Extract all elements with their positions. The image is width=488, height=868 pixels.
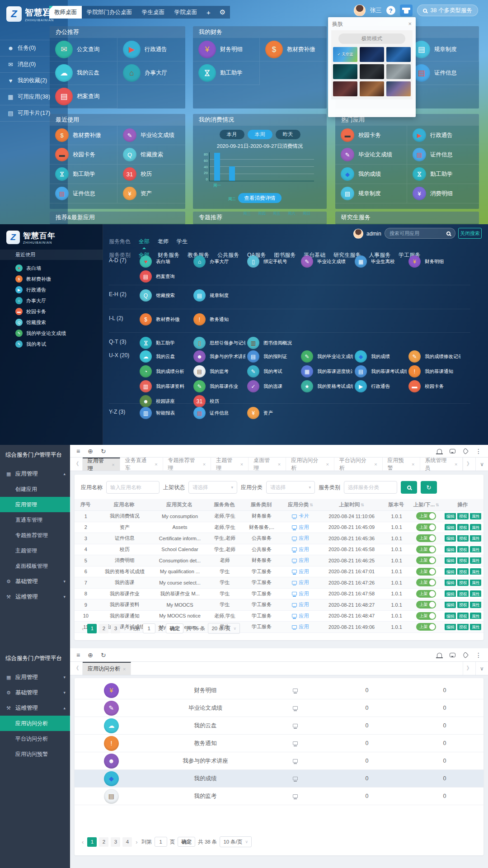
app-item[interactable]: ⋈ 勤工助学 [407, 165, 479, 184]
skin-thumbnail[interactable] [386, 64, 411, 79]
app-item[interactable]: ✎我的成绩修改记录 [408, 349, 461, 364]
cell-type-link[interactable]: 应用 [281, 613, 320, 619]
submenu-item[interactable]: 主题管理 [0, 543, 70, 558]
app-item[interactable]: ⌂ 办事大厅 [117, 61, 185, 85]
app-item[interactable]: ▤规章制度 [192, 288, 246, 303]
cell-type-link[interactable]: 应用 [281, 557, 320, 564]
admin-tab[interactable]: 平台访问分析× [334, 458, 383, 471]
app-item[interactable]: ★我的资格考试成绩 [300, 379, 354, 394]
notifications-bell-icon[interactable] [437, 449, 442, 453]
skin-thumbnail[interactable] [333, 81, 357, 96]
app-item[interactable]: ▤ 档案查询 [50, 85, 117, 108]
attributes-button[interactable]: 属性 [470, 546, 481, 552]
admin-tab[interactable]: 应用访问分析× [286, 458, 334, 471]
app-item[interactable]: ✓我的选课 [246, 379, 300, 394]
table-column-header[interactable]: 序号 [75, 501, 97, 508]
app-item[interactable]: ▤档案查询 [139, 269, 192, 284]
close-tab-icon[interactable]: × [240, 462, 243, 467]
recent-app-item[interactable]: ⌂ 办事大厅 [0, 295, 103, 306]
desktop-tab[interactable]: 学院部门办公桌面 [82, 6, 137, 19]
attributes-button[interactable]: 属性 [470, 580, 481, 586]
attributes-button[interactable]: 属性 [470, 524, 481, 530]
cell-type-link[interactable]: 应用 [281, 568, 320, 575]
attributes-button[interactable]: 属性 [470, 513, 481, 519]
access-table-row[interactable]: ¥ 财务明细 0 0 [75, 682, 483, 699]
jump-page-input[interactable] [155, 837, 167, 847]
cell-type-link[interactable]: 应用 [281, 579, 320, 586]
globe-icon[interactable]: ⊕ [88, 448, 93, 455]
consumption-period-tab[interactable]: 本月 [220, 130, 244, 139]
app-item[interactable]: $教材费补缴 [139, 312, 192, 327]
app-item[interactable]: ☁ 我的云盘 [50, 61, 117, 85]
tabs-dropdown-icon[interactable]: ∨ [475, 662, 488, 675]
recent-app-item[interactable]: ▶ 行政通告 [0, 284, 103, 295]
access-table-row[interactable]: ☁ 我的云盘 0 0 [75, 717, 483, 735]
tabs-scroll-right-icon[interactable]: 》 [463, 458, 475, 471]
table-column-header[interactable]: 服务角色 [207, 501, 242, 508]
role-option[interactable]: 学生 [177, 238, 188, 245]
shelf-toggle[interactable]: 上架 [416, 534, 436, 542]
access-table-row[interactable]: ! 教务通知 0 0 [75, 735, 483, 752]
close-tab-icon[interactable]: × [203, 462, 206, 467]
authorize-button[interactable]: 授权 [457, 557, 469, 564]
messages-icon[interactable] [450, 653, 455, 657]
refresh-button[interactable]: ↻ [421, 481, 437, 494]
cell-type-link[interactable]: 应用 [281, 524, 320, 531]
app-item[interactable]: ⋈勤工助学 [139, 335, 192, 350]
consumption-period-tab[interactable]: 昨天 [276, 130, 300, 139]
edit-button[interactable]: 编辑 [445, 602, 456, 608]
globe-icon[interactable]: ⊕ [88, 651, 93, 659]
edit-button[interactable]: 编辑 [445, 568, 456, 575]
app-item[interactable]: ▤ 证件信息 [407, 61, 479, 85]
access-table-row[interactable]: ☻ 我参与的学术讲座 0 0 [75, 752, 483, 770]
app-item[interactable]: ¥ 财务明细 [193, 38, 260, 61]
app-item[interactable]: ✎ 毕业论文成绩 [335, 145, 407, 165]
menu-base-management[interactable]: ⚙ 基础管理 ▾ [0, 685, 70, 700]
submenu-item[interactable]: 桌面模板管理 [0, 558, 70, 574]
authorize-button[interactable]: 授权 [457, 580, 469, 586]
app-item[interactable]: !教务通知 [192, 312, 246, 327]
admin-tab[interactable]: 业务直通车× [120, 458, 163, 471]
table-row[interactable]: 6 我的资格考试成绩 My qualification ... 学生 学工服务 … [75, 566, 483, 578]
app-item[interactable]: ▤我的监考 [192, 364, 246, 379]
table-row[interactable]: 3 证件信息 Certificate inform... 学生,老师 公共服务 … [75, 533, 483, 544]
authorize-button[interactable]: 授权 [457, 624, 469, 630]
app-item[interactable]: Q馆藏搜索 [139, 288, 192, 303]
edit-button[interactable]: 编辑 [445, 590, 456, 597]
submenu-item[interactable]: 专题推荐管理 [0, 528, 70, 543]
authorize-button[interactable]: 授权 [457, 613, 469, 619]
attributes-button[interactable]: 属性 [470, 613, 481, 619]
edit-button[interactable]: 编辑 [445, 580, 456, 586]
app-item[interactable]: 31 校历 [117, 165, 185, 184]
menu-app-management[interactable]: ▦ 应用管理 ▴ [0, 466, 70, 481]
menu-base-management[interactable]: ⚙ 基础管理 ▾ [0, 574, 70, 589]
app-item[interactable]: ▦毕业生离校 [354, 254, 408, 269]
app-item[interactable]: Q 馆藏搜索 [117, 145, 185, 165]
submenu-item[interactable]: 创建应用 [0, 481, 70, 497]
app-item[interactable]: ¥财务明细 [408, 254, 461, 269]
prev-page-icon[interactable]: ‹ [81, 839, 84, 845]
skin-thumbnail[interactable] [360, 81, 384, 96]
app-name-input[interactable] [106, 481, 160, 494]
menu-collapse-icon[interactable]: ≡ [76, 651, 80, 659]
admin-tab[interactable]: 主题管理× [211, 458, 249, 471]
admin-tab[interactable]: 系统管理员× [420, 458, 463, 471]
role-option[interactable]: 老师 [158, 238, 169, 245]
authorize-button[interactable]: 授权 [457, 535, 469, 542]
admin-tab[interactable]: 专题推荐管理× [163, 458, 211, 471]
page-size-select[interactable]: 10 条/页∨ [220, 836, 252, 847]
app-item[interactable]: ◆ 我的成绩 [335, 165, 407, 184]
tabs-scroll-left-icon[interactable]: 《 [70, 458, 83, 471]
table-column-header[interactable]: 应用分类⇅ [281, 501, 320, 508]
edit-button[interactable]: 编辑 [445, 513, 456, 519]
view-consumption-details-button[interactable]: 查看消费详情 [238, 193, 282, 203]
desktop-tab[interactable]: 学生桌面 [137, 6, 169, 19]
minimal-mode-button[interactable]: 极简模式 [338, 33, 405, 44]
app-item[interactable]: ▥智能报表 [139, 406, 192, 420]
app-item[interactable]: ▤证件信息 [192, 406, 246, 420]
submenu-item[interactable]: 应用访问预警 [0, 746, 70, 762]
cell-type-link[interactable]: 应用 [281, 601, 320, 608]
app-item[interactable]: ⋈ 勤工助学 [193, 61, 260, 85]
close-search-button[interactable]: 关闭搜索 [458, 228, 482, 239]
skin-thumbnail[interactable] [333, 64, 357, 79]
